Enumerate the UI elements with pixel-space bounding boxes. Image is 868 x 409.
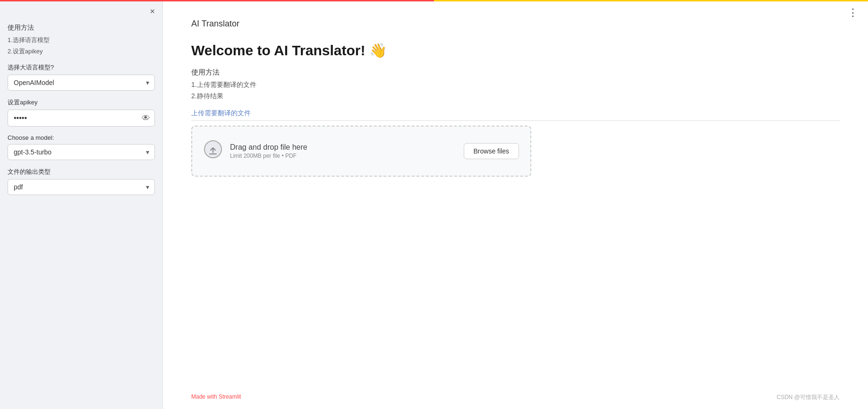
output-select-wrapper: pdf docx txt <box>8 179 155 195</box>
browse-files-button[interactable]: Browse files <box>464 143 519 159</box>
usage-step2: 2.静待结果 <box>191 92 840 101</box>
choose-model-select[interactable]: gpt-3.5-turbo gpt-4 gpt-4-turbo <box>8 144 155 160</box>
apikey-input[interactable] <box>8 110 155 127</box>
usage-step1: 1.上传需要翻译的文件 <box>191 81 840 89</box>
close-button[interactable]: × <box>150 7 155 17</box>
sidebar-step1: 1.选择语言模型 <box>8 36 155 44</box>
model-select[interactable]: OpenAIModel AzureOpenAI Other <box>8 75 155 91</box>
upload-icon <box>204 140 222 162</box>
drag-drop-text: Drag and drop file here <box>230 143 307 152</box>
upload-left: Drag and drop file here Limit 200MB per … <box>204 140 307 162</box>
choose-model-select-wrapper: gpt-3.5-turbo gpt-4 gpt-4-turbo <box>8 144 155 160</box>
apikey-wrapper: 👁 <box>8 110 155 127</box>
footer: Made with Streamlit CSDN @可惜我不是圣人 <box>163 393 868 401</box>
eye-icon[interactable]: 👁 <box>142 113 150 123</box>
footer-made-with: Made with Streamlit <box>191 393 241 401</box>
app-title: AI Translator <box>191 19 840 29</box>
output-type-label: 文件的输出类型 <box>8 168 155 176</box>
menu-dots-button[interactable]: ⋮ <box>848 7 859 19</box>
file-limit-text: Limit 200MB per file • PDF <box>230 153 307 159</box>
sidebar: × 使用方法 1.选择语言模型 2.设置apikey 选择大语言模型? Open… <box>0 0 163 409</box>
upload-section-label: 上传需要翻译的文件 <box>191 109 840 121</box>
main-content: AI Translator Welcome to AI Translator! … <box>163 0 868 409</box>
output-select[interactable]: pdf docx txt <box>8 179 155 195</box>
usage-title: 使用方法 <box>191 68 840 77</box>
footer-attribution: CSDN @可惜我不是圣人 <box>776 393 840 401</box>
choose-model-label: Choose a model: <box>8 134 155 141</box>
welcome-heading: Welcome to AI Translator! 👋 <box>191 42 840 59</box>
sidebar-step2: 2.设置apikey <box>8 47 155 56</box>
upload-text-block: Drag and drop file here Limit 200MB per … <box>230 143 307 159</box>
streamlit-link[interactable]: Streamlit <box>219 393 241 400</box>
upload-zone[interactable]: Drag and drop file here Limit 200MB per … <box>191 126 531 177</box>
apikey-label: 设置apikey <box>8 98 155 107</box>
model-select-wrapper: OpenAIModel AzureOpenAI Other <box>8 75 155 91</box>
sidebar-usage-title: 使用方法 <box>8 24 155 32</box>
model-label: 选择大语言模型? <box>8 63 155 72</box>
